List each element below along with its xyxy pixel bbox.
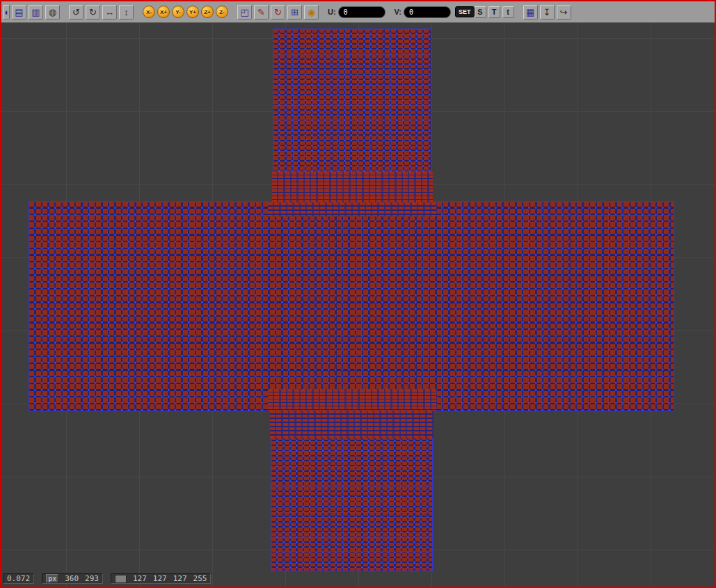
s-button-label: S <box>477 8 482 16</box>
checker-icon[interactable]: ▦ <box>523 5 538 19</box>
z-plus-label: Z+ <box>204 9 211 15</box>
toolbar-group-transform: ↺ ↻ ↔ ↕ <box>69 5 134 19</box>
y-plus-label: Y+ <box>189 9 196 15</box>
mirror-vertical-icon[interactable]: ↕ <box>119 5 134 19</box>
px-unit-label: px <box>46 574 58 583</box>
uv-unwrap-icon[interactable]: ◰ <box>237 5 252 19</box>
t-uppercase-label: T <box>492 8 497 16</box>
uv-mesh-compressed-rows-bar-bottom[interactable] <box>268 389 437 411</box>
u-coordinate-field: U: <box>328 6 385 18</box>
z-minus-button[interactable]: Z- <box>216 6 228 18</box>
x-plus-label: X+ <box>160 9 167 15</box>
uv-mesh-compressed-rows-bottom[interactable] <box>270 411 433 438</box>
set-button[interactable]: SET <box>455 6 475 17</box>
s-button[interactable]: S <box>475 6 486 18</box>
y-minus-label: Y- <box>175 9 181 15</box>
u-label: U: <box>328 8 336 16</box>
uv-point-mode-icon[interactable]: ▤ <box>12 5 26 19</box>
y-plus-button[interactable]: Y+ <box>186 6 199 18</box>
t-uppercase-button[interactable]: T <box>488 6 500 18</box>
checker-glyph: ▦ <box>526 8 534 17</box>
t-lowercase-label: t <box>507 8 509 16</box>
clipped-icon[interactable]: ◖ <box>3 5 10 19</box>
color-b-value: 127 <box>173 574 187 583</box>
sphere-projection-glyph: ◍ <box>49 8 56 17</box>
toolbar-group-axis: X- X+ Y- Y+ Z+ Z- <box>143 6 228 18</box>
zoom-value: 0.072 <box>7 574 30 583</box>
relax-icon[interactable]: ↪ <box>557 5 571 19</box>
color-a-value: 255 <box>193 574 207 583</box>
uv-polygon-mode-icon[interactable]: ▥ <box>29 5 43 19</box>
uv-edit-glyph: ✎ <box>257 8 265 17</box>
x-minus-label: X- <box>146 9 152 15</box>
uv-grid-glyph: ⊞ <box>291 8 299 17</box>
uv-edit-icon[interactable]: ✎ <box>254 5 269 19</box>
z-minus-label: Z- <box>219 9 225 15</box>
mirror-horizontal-icon[interactable]: ↔ <box>102 5 117 19</box>
uv-mesh-compressed-rows-top[interactable] <box>272 172 433 202</box>
uv-polygon-mode-glyph: ▥ <box>31 8 40 17</box>
rotate-ccw-icon[interactable]: ↺ <box>69 5 83 19</box>
color-r-value: 127 <box>133 574 147 583</box>
clipped-icon-glyph: ◖ <box>3 8 9 17</box>
pin-icon[interactable]: ↧ <box>540 5 555 19</box>
rotate-cw-icon[interactable]: ↻ <box>86 5 100 19</box>
z-plus-button[interactable]: Z+ <box>201 6 214 18</box>
uv-unwrap-glyph: ◰ <box>240 8 248 17</box>
u-input[interactable] <box>338 6 385 18</box>
v-input[interactable] <box>404 6 451 18</box>
uv-canvas[interactable]: 0.072 px 360 293 127 127 127 255 <box>1 23 715 587</box>
cursor-y-value: 293 <box>85 574 99 583</box>
uv-editor-viewport: ◖ ▤ ▥ ◍ ↺ ↻ ↔ ↕ <box>0 0 716 588</box>
uv-paint-icon[interactable]: ◉ <box>304 5 319 19</box>
cursor-x-value: 360 <box>65 574 79 583</box>
rotate-cw-glyph: ↻ <box>89 8 97 17</box>
toolbar-group-letters: S T t <box>475 6 514 18</box>
toolbar-group-right: ▦ ↧ ↪ <box>523 5 571 19</box>
uv-grid-icon[interactable]: ⊞ <box>287 5 302 19</box>
toolbar: ◖ ▤ ▥ ◍ ↺ ↻ ↔ ↕ <box>1 1 715 23</box>
pin-glyph: ↧ <box>543 8 551 17</box>
toolbar-group-uv-tools: ◰ ✎ ↻ ⊞ ◉ <box>237 5 319 19</box>
rotate-ccw-glyph: ↺ <box>72 8 80 17</box>
cursor-position-readout: px 360 293 <box>42 573 103 584</box>
status-bar: 0.072 px 360 293 127 127 127 255 <box>3 573 211 585</box>
t-lowercase-button[interactable]: t <box>502 6 514 18</box>
toolbar-group-modes: ◖ ▤ ▥ ◍ <box>3 5 60 19</box>
uv-mesh-compressed-rows-bar-top[interactable] <box>268 202 437 216</box>
mirror-vertical-glyph: ↕ <box>124 8 129 17</box>
uv-rotate-glyph: ↻ <box>274 8 282 17</box>
v-label: V: <box>395 8 401 16</box>
v-coordinate-field: V: <box>395 6 451 18</box>
sphere-projection-icon[interactable]: ◍ <box>45 5 60 19</box>
uv-paint-glyph: ◉ <box>308 8 315 17</box>
y-minus-button[interactable]: Y- <box>172 6 184 18</box>
x-plus-button[interactable]: X+ <box>157 6 170 18</box>
uv-point-mode-glyph: ▤ <box>15 8 23 17</box>
mirror-horizontal-glyph: ↔ <box>105 8 114 17</box>
relax-glyph: ↪ <box>560 8 568 17</box>
uv-mesh-horizontal-bar[interactable] <box>29 202 674 411</box>
color-swatch <box>115 575 127 583</box>
zoom-readout: 0.072 <box>3 573 34 584</box>
color-g-value: 127 <box>153 574 167 583</box>
x-minus-button[interactable]: X- <box>143 6 155 18</box>
color-readout: 127 127 127 255 <box>111 573 212 584</box>
uv-rotate-icon[interactable]: ↻ <box>271 5 285 19</box>
